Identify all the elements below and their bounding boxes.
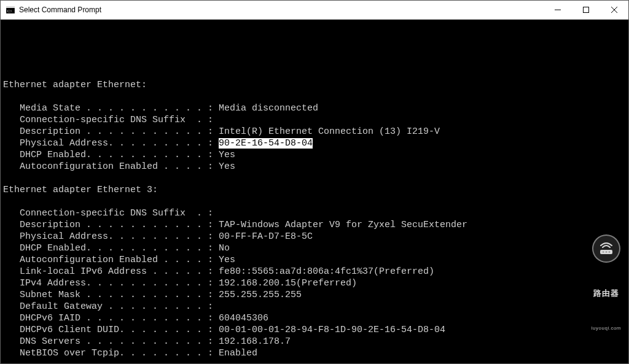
- terminal-line: Subnet Mask . . . . . . . . . . . : 255.…: [3, 289, 626, 301]
- terminal-line: [3, 91, 626, 103]
- window-frame: C:\ Select Command Prompt Ethernet adapt…: [0, 0, 629, 364]
- terminal-line: DHCP Enabled. . . . . . . . . . . : Yes: [3, 149, 626, 161]
- terminal-line: Autoconfiguration Enabled . . . . : Yes: [3, 254, 626, 266]
- terminal-line: Physical Address. . . . . . . . . : 90-2…: [3, 137, 626, 149]
- terminal-line: DHCPv6 Client DUID. . . . . . . . : 00-0…: [3, 324, 626, 336]
- terminal-line: Description . . . . . . . . . . . : TAP-…: [3, 219, 626, 231]
- terminal-line: [3, 359, 626, 363]
- terminal-line: Description . . . . . . . . . . . : Inte…: [3, 126, 626, 137]
- maximize-button[interactable]: [572, 1, 600, 19]
- terminal-line: Connection-specific DNS Suffix . :: [3, 207, 626, 219]
- terminal-line: Autoconfiguration Enabled . . . . : Yes: [3, 161, 626, 172]
- window-controls: [544, 1, 628, 19]
- terminal-line: DNS Servers . . . . . . . . . . . : 192.…: [3, 336, 626, 347]
- maximize-icon: [583, 7, 589, 13]
- terminal-line: Default Gateway . . . . . . . . . :: [3, 301, 626, 312]
- terminal-line: [3, 196, 626, 207]
- terminal-line: Connection-specific DNS Suffix . :: [3, 114, 626, 126]
- terminal-line: Physical Address. . . . . . . . . : 00-F…: [3, 231, 626, 242]
- minimize-icon: [555, 7, 561, 13]
- terminal-line: [3, 172, 626, 184]
- terminal-line: Media State . . . . . . . . . . . : Medi…: [3, 103, 626, 114]
- terminal-line: DHCP Enabled. . . . . . . . . . . : No: [3, 242, 626, 254]
- selected-text: 90-2E-16-54-D8-04: [219, 138, 313, 149]
- window-title: Select Command Prompt: [19, 6, 544, 14]
- close-button[interactable]: [600, 1, 628, 19]
- terminal-line: Ethernet adapter Ethernet:: [3, 79, 626, 91]
- svg-text:C:\: C:\: [7, 9, 12, 13]
- terminal-line: Ethernet adapter Ethernet 3:: [3, 184, 626, 196]
- close-icon: [611, 7, 617, 13]
- app-icon: C:\: [6, 5, 15, 15]
- svg-rect-4: [584, 7, 589, 13]
- terminal-line: NetBIOS over Tcpip. . . . . . . . : Enab…: [3, 347, 626, 359]
- titlebar[interactable]: C:\ Select Command Prompt: [1, 1, 628, 20]
- terminal-output[interactable]: Ethernet adapter Ethernet: Media State .…: [1, 20, 628, 363]
- svg-rect-1: [6, 6, 15, 8]
- terminal-line: DHCPv6 IAID . . . . . . . . . . . : 6040…: [3, 312, 626, 324]
- minimize-button[interactable]: [544, 1, 572, 19]
- terminal-line: Link-local IPv6 Address . . . . . : fe80…: [3, 266, 626, 277]
- terminal-line: IPv4 Address. . . . . . . . . . . : 192.…: [3, 277, 626, 289]
